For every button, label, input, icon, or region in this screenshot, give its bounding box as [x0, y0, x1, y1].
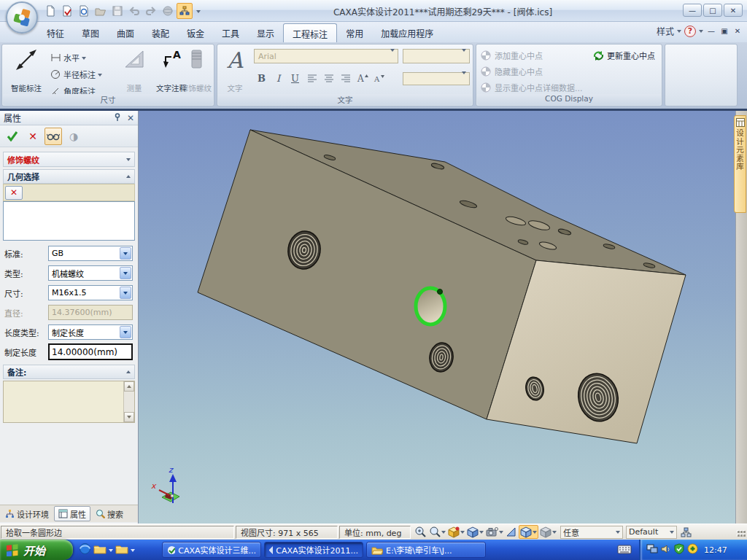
geometry-section-header[interactable]: 几何选择 [3, 169, 135, 184]
taskbar-task-caxa-2011[interactable]: CAXA实体设计2011... [264, 542, 363, 558]
render-mode-select[interactable]: 任意 [560, 526, 623, 539]
smart-dimension-button[interactable]: 智能标注 [4, 47, 49, 95]
standard-select[interactable]: GB [48, 246, 133, 261]
mdi-restore-button[interactable]: ▣ [719, 26, 729, 37]
quick-launch-expand-icon-2[interactable] [131, 549, 135, 554]
italic-button[interactable]: I [271, 71, 286, 85]
text-tool-button[interactable]: A 文字 [220, 47, 249, 95]
zoom-tool-icon[interactable] [428, 525, 446, 539]
taskbar-task-explorer[interactable]: E:\李琦\牵引车\J... [366, 542, 486, 558]
tab-engineering-annotation[interactable]: 工程标注 [283, 23, 337, 43]
quick-launch-expand-icon[interactable] [109, 549, 113, 554]
update-document-icon[interactable] [76, 3, 92, 19]
volume-tray-icon[interactable] [661, 543, 671, 557]
update-cog-button[interactable]: 更新重心中点 [593, 48, 655, 63]
active-render-mode-icon[interactable] [519, 525, 538, 539]
add-cog-button[interactable]: 添加重心中点 [481, 48, 543, 63]
design-library-tab[interactable]: 设计元素库 [734, 115, 746, 213]
tab-feature[interactable]: 特征 [38, 23, 73, 43]
horizontal-dimension-button[interactable]: 水平 [50, 50, 119, 65]
decrease-font-icon[interactable]: A [371, 71, 387, 85]
render-sphere-icon[interactable] [160, 3, 176, 19]
align-left-icon[interactable] [304, 71, 320, 85]
thread-decoration-button[interactable]: 修饰螺纹 [179, 47, 214, 95]
scroll-down-icon[interactable] [124, 412, 134, 422]
tab-load-apps[interactable]: 加载应用程序 [372, 23, 442, 43]
chevron-down-icon[interactable] [120, 326, 131, 338]
wedge-display-icon[interactable] [505, 525, 518, 539]
maximize-button[interactable]: □ [703, 4, 722, 17]
hide-cog-button[interactable]: 隐藏重心中点 [481, 64, 543, 79]
text-color-select[interactable] [403, 72, 470, 85]
feature-title-bar[interactable]: 修饰螺纹 [3, 152, 135, 167]
tab-design-environment[interactable]: 设计环境 [1, 506, 53, 521]
chevron-down-icon[interactable] [120, 247, 131, 260]
style-button[interactable]: 样式 [657, 25, 674, 37]
zoom-in-icon[interactable] [414, 525, 427, 539]
save-icon[interactable] [109, 3, 125, 19]
network-tray-icon[interactable] [646, 543, 658, 557]
cancel-button[interactable]: ✕ [24, 128, 42, 145]
tab-sheetmetal[interactable]: 钣金 [178, 23, 213, 43]
language-keyboard-icon[interactable] [617, 544, 632, 558]
tab-surface[interactable]: 曲面 [108, 23, 143, 43]
remark-scrollbar[interactable] [123, 381, 134, 422]
new-view-cube-icon[interactable] [447, 525, 465, 539]
viewport-canvas[interactable]: z x [139, 111, 735, 524]
application-menu-button[interactable] [6, 1, 38, 34]
start-button[interactable]: 开始 [0, 540, 73, 560]
mdi-minimize-button[interactable]: — [706, 26, 716, 37]
close-button[interactable]: ✕ [724, 4, 743, 17]
design-tree-icon[interactable] [177, 3, 193, 19]
open-check-icon[interactable] [59, 3, 75, 19]
show-cog-detail-button[interactable]: 显示重心中点详细数据... [481, 80, 583, 95]
help-dropdown-icon[interactable] [699, 30, 703, 35]
increase-font-icon[interactable]: A [355, 71, 370, 85]
qat-overflow-button[interactable] [193, 7, 204, 15]
selected-hole-highlight[interactable] [416, 288, 445, 324]
geometry-selection-list[interactable] [3, 201, 135, 241]
help-icon[interactable]: ? [684, 26, 696, 37]
panel-close-icon[interactable]: ✕ [127, 113, 134, 123]
3d-viewport[interactable]: z x [139, 111, 735, 524]
remark-section-header[interactable]: 备注: [3, 365, 135, 379]
align-center-icon[interactable] [321, 71, 336, 85]
tab-tools[interactable]: 工具 [213, 23, 248, 43]
tab-properties[interactable]: 属性 [54, 506, 90, 521]
tab-assembly[interactable]: 装配 [143, 23, 178, 43]
shade-toggle-button[interactable]: ◑ [65, 128, 82, 145]
clear-selection-button[interactable]: ✕ [5, 186, 23, 200]
remark-textarea[interactable] [3, 381, 135, 423]
config-select[interactable]: Default [626, 526, 677, 539]
folder-shortcut-icon-2[interactable] [115, 543, 128, 557]
taskbar-clock[interactable]: 12:47 [704, 545, 727, 555]
redo-icon[interactable] [143, 3, 159, 19]
browser-icon[interactable] [79, 542, 91, 558]
hierarchy-icon[interactable] [680, 525, 692, 539]
mdi-close-button[interactable]: ✕ [732, 26, 743, 37]
security-shield-tray-icon[interactable] [674, 543, 684, 557]
font-family-select[interactable]: Arial [254, 49, 398, 63]
length-type-select[interactable]: 制定长度 [48, 324, 133, 340]
updates-tray-icon[interactable] [687, 543, 698, 557]
chevron-down-icon[interactable] [120, 287, 131, 299]
confirm-button[interactable] [4, 128, 21, 145]
underline-button[interactable]: U [287, 71, 303, 85]
folder-shortcut-icon[interactable] [93, 543, 107, 557]
undo-icon[interactable] [126, 3, 142, 19]
align-right-icon[interactable] [338, 71, 353, 85]
font-size-select[interactable] [403, 49, 470, 63]
print-cube-icon[interactable] [539, 525, 557, 539]
tab-search[interactable]: 搜索 [92, 506, 127, 521]
new-document-icon[interactable] [42, 3, 58, 19]
pin-icon[interactable] [114, 113, 121, 123]
tab-display[interactable]: 显示 [248, 23, 283, 43]
size-select[interactable]: M16x1.5 [48, 285, 133, 300]
type-select[interactable]: 机械螺纹 [48, 265, 133, 281]
resize-grip[interactable] [737, 530, 746, 537]
taskbar-task-caxa-3d[interactable]: CAXA实体设计三维... [162, 542, 261, 558]
open-folder-icon[interactable] [93, 3, 109, 19]
length-input[interactable] [48, 343, 133, 360]
scroll-up-icon[interactable] [124, 381, 134, 392]
bold-button[interactable]: B [254, 71, 269, 85]
